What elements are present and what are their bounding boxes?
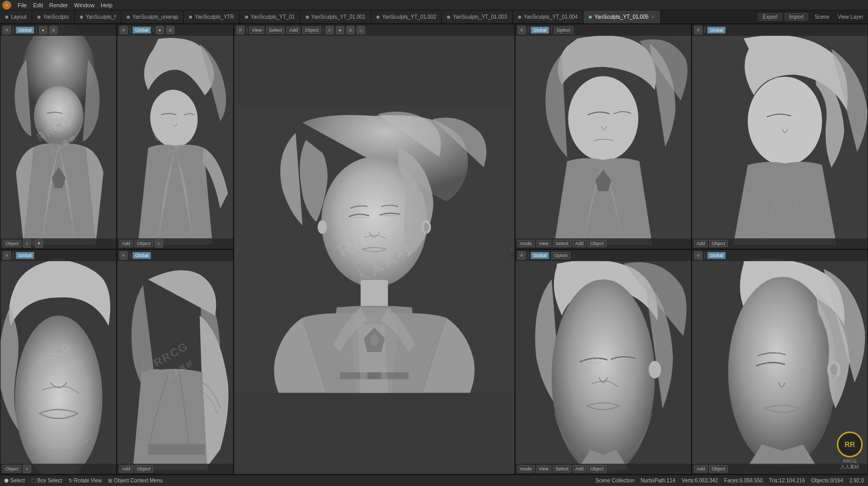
add-btn[interactable]: Add [694,465,708,473]
viewport-top-2nd[interactable]: ⊙ Global ■ ◎ [117,24,234,249]
tab-yt01-002[interactable]: YanSculpts_YT_01.002 [371,10,442,24]
view-btn[interactable]: View [536,240,551,247]
viewport-bottom-right-1[interactable]: ⊙ Global Option [515,249,691,475]
vp-icon2[interactable]: ■ [336,26,344,34]
vp-global-btn[interactable]: Global [707,252,726,259]
view-btn[interactable]: View [536,465,551,473]
sep [528,27,528,33]
vp-mode-icon[interactable]: ⊙ [236,26,245,34]
char-svg-tr1 [516,24,691,249]
vp-global-btn[interactable]: Global [132,252,151,259]
svg-point-26 [832,374,836,378]
menu-help[interactable]: Help [101,2,113,8]
vp-icon2[interactable]: ◎ [49,26,58,34]
logo-badge: RR RRCG 人人素材 [837,431,863,470]
vp-add-btn[interactable]: Add [287,26,300,34]
select-icon[interactable]: ▷ [155,239,163,248]
add-btn[interactable]: Add [119,465,133,473]
tab-yansculpts-unwrap[interactable]: YanSculpts_unwrap [121,10,184,24]
vp-mode-icon[interactable]: ⊙ [694,26,702,34]
object-btn[interactable]: Object [3,240,21,247]
vp-icon1[interactable]: ■ [39,26,47,34]
vp-select-btn[interactable]: Select [266,26,284,34]
tab-dot [127,16,130,19]
vp-object-btn[interactable]: Object [302,26,321,34]
object-btn[interactable]: Object [3,465,21,473]
vp-mode-icon[interactable]: ⊙ [3,251,11,260]
vp-icon2[interactable]: ◎ [166,26,174,34]
tab-dot [589,16,592,19]
vp-view-btn[interactable]: View [249,26,264,34]
object-btn[interactable]: Object [709,465,728,473]
grab-icon[interactable]: ✥ [35,239,43,248]
scene-collection-label: Scene Collection [595,478,634,483]
import-button[interactable]: Import [784,13,808,21]
status-faces: Faces:6.056.550 [724,478,763,483]
vp-global-btn[interactable]: Global [132,26,151,34]
viewport-bottom-left[interactable]: ⊙ Global [0,249,117,475]
mode-btn[interactable]: mode [518,240,535,247]
vp-global-btn[interactable]: Global [707,26,726,34]
vp-mode-icon[interactable]: ⊙ [119,26,128,34]
vp-bl-render: RRCG人人素材 [1,250,116,474]
vp-option-btn[interactable]: Option [551,252,571,259]
vp-icon1[interactable]: ■ [156,26,164,34]
select-icon[interactable]: ▷ [23,465,31,473]
object-btn[interactable]: Object [588,465,606,473]
select-btn[interactable]: Select [553,465,571,473]
add-btn[interactable]: Add [573,240,586,247]
add-btn[interactable]: Add [119,240,133,247]
viewport-center-large[interactable]: ⊙ View Select Add Object ▷ ■ ◎ ⬡ [234,24,515,475]
select-btn[interactable]: Select [553,240,571,247]
object-btn2[interactable]: Object [709,240,728,247]
vp-option-btn[interactable]: Option [554,26,573,34]
menu-render[interactable]: Render [49,2,68,8]
vp-center-render: RRCG人人素材 [234,24,514,474]
object-btn[interactable]: Object [134,240,153,247]
vp-b2-toolbar: ⊙ Global [117,250,233,261]
vp-global-btn[interactable]: Global [16,26,34,34]
tab-yt01-004[interactable]: YanSculpts_YT_01.004 [513,10,584,24]
object-btn[interactable]: Object [588,240,606,247]
statusbar: ⬟ Select ⬚ Box Select ↻ Rotate View ⊞ Ob… [0,475,868,486]
tab-yt01-003[interactable]: YanSculpts_YT_01.003 [442,10,512,24]
select-icon[interactable]: ▷ [23,239,31,248]
tab-yt01-001[interactable]: YanSculpts_YT_01.001 [301,10,371,24]
vp-tl-render: RRCG人人素材 [1,24,116,249]
vp-br1-render: RRCG人人素材 [516,250,691,474]
vp-icon4[interactable]: ⬡ [357,26,365,34]
vp-icon3[interactable]: ◎ [346,26,355,34]
vp-mode-icon[interactable]: ⊙ [694,251,702,260]
menu-file[interactable]: File [18,2,27,8]
vp-mode-icon[interactable]: ⊙ [518,251,526,260]
tab-yansculpts-f[interactable]: YanSculpts_f [75,10,121,24]
tab-yt01[interactable]: YanSculpts_YT_01 [240,10,301,24]
tab-yansculpts[interactable]: YanSculpts [32,10,75,24]
add-btn[interactable]: Add [694,240,708,247]
vp-icon1[interactable]: ▷ [326,26,334,34]
object-btn[interactable]: Object [134,465,153,473]
tab-yansculpts-ytr[interactable]: YanSculpts_YTR [184,10,239,24]
status-box-select: ⬚ Box Select [31,478,62,483]
vp-global-btn[interactable]: Global [531,26,549,34]
mode-btn[interactable]: mode [518,465,535,473]
export-button[interactable]: Export [758,13,782,21]
tab-close-icon[interactable]: ✕ [651,15,655,20]
viewport-top-right-1[interactable]: ⊙ Global Option [515,24,691,249]
viewport-top-right-2[interactable]: ⊙ Global [691,24,868,249]
faces-label: Faces:6.056.550 [724,478,763,483]
vp-global-btn[interactable]: Global [16,252,34,259]
menu-window[interactable]: Window [74,2,94,8]
tab-layout[interactable]: Layout [0,10,32,24]
viewport-bottom-2nd[interactable]: ⊙ Global [117,249,234,475]
menu-edit[interactable]: Edit [33,2,43,8]
add-btn[interactable]: Add [573,465,586,473]
viewport-top-left[interactable]: ⊙ Global ■ ◎ [0,24,117,249]
vp-mode-icon[interactable]: ⊙ [3,26,11,34]
tab-yt01-005[interactable]: YanSculpts_YT_01.005 ✕ [584,10,661,24]
nav-arrow-right[interactable]: › [507,239,514,260]
vp-mode-icon[interactable]: ⊙ [119,251,128,260]
box-select-label: Box Select [37,478,62,483]
vp-mode-icon[interactable]: ⊙ [518,26,526,34]
vp-global-btn[interactable]: Global [531,252,549,259]
